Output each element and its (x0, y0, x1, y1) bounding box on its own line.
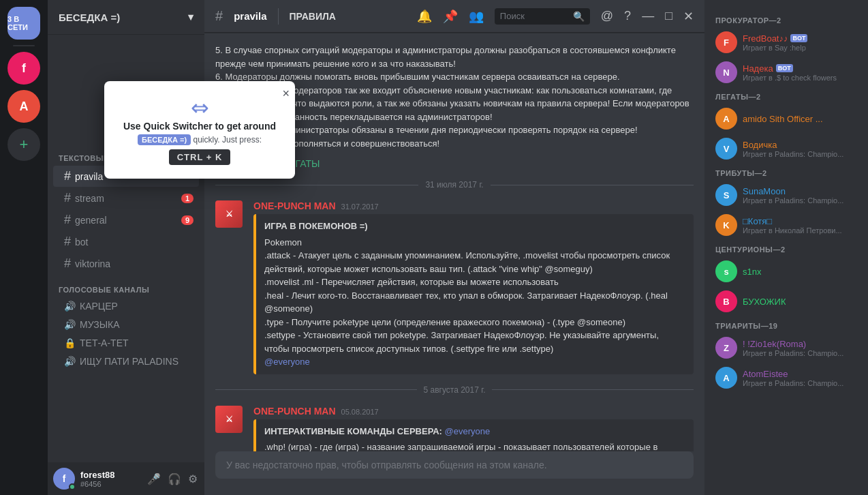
help-icon[interactable]: ? (624, 9, 631, 23)
minimize-icon[interactable]: — (642, 9, 654, 23)
bot-badge-fredboat: BOT (790, 34, 807, 42)
msg-embed-1: ИГРА В ПОКЕМОНОВ =) Pokemon .attack - Ат… (253, 214, 694, 374)
member-info-vodichka: Водичка Играет в Paladins: Champio... (743, 140, 843, 158)
channel-badge-stream: 1 (181, 194, 193, 203)
member-name-fredboat: FredBoat♪♪ (743, 33, 788, 44)
pin-icon[interactable]: 📌 (443, 9, 458, 24)
member-atomeistee[interactable]: A AtomEistee Играет в Paladins: Champio.… (710, 363, 863, 393)
msg-author-1: ONE-PUNCH MAN (253, 200, 336, 211)
channel-name-general: general (75, 215, 107, 226)
settings-button[interactable]: ⚙ (187, 471, 199, 487)
member-buhozhik[interactable]: B БУХОЖИК (710, 286, 863, 316)
user-avatar: f (53, 468, 75, 490)
channel-name-bot: bot (75, 237, 88, 247)
member-name-kotya: □Котя□ (743, 216, 842, 226)
mute-button[interactable]: 🎤 (146, 471, 162, 487)
member-info-kotya: □Котя□ Играет в Николай Петрови... (743, 216, 842, 235)
msg-content-1: ONE-PUNCH MAN 31.07.2017 ИГРА В ПОКЕМОНО… (253, 200, 694, 374)
server-name-bar[interactable]: БЕСЕДКА =) ▾ (48, 0, 204, 35)
member-ziolek[interactable]: Z ! !Zio1ek(Roma) Играет в Paladins: Cha… (710, 333, 863, 363)
server-icon-a[interactable]: A (7, 90, 40, 123)
role-centurion-label: ЦЕНТУРИОНЫ—2 (710, 240, 863, 256)
close-icon[interactable]: ✕ (683, 9, 694, 24)
msg-embed-2: ИНТЕРАКТИВНЫЕ КОМАНДЫ СЕРВЕРА: @everyone… (253, 419, 694, 452)
channel-list: ТЕКСТОВЫЕ КАНАЛЫ # pravila # stream 1 # … (48, 143, 204, 462)
server-icon-main[interactable]: 3 В СЕТИ (7, 7, 40, 40)
member-s1nx[interactable]: s s1nx (710, 256, 863, 286)
member-info-s1nx: s1nx (743, 267, 761, 277)
msg-author-2: ONE-PUNCH MAN (253, 406, 336, 417)
members-icon[interactable]: 👥 (469, 9, 484, 24)
at-icon[interactable]: @ (601, 9, 613, 23)
server-icon-f[interactable]: f (7, 52, 40, 85)
deafen-button[interactable]: 🎧 (166, 471, 183, 487)
member-fredboat[interactable]: F FredBoat♪♪ BOT Играет в Say :help (710, 27, 863, 57)
quick-switcher-title: Use Quick Switcher to get around (118, 121, 281, 132)
member-avatar-ziolek: Z (715, 337, 737, 359)
chat-tab-rules[interactable]: ПРАВИЛА (290, 11, 336, 22)
voice-name-muzika: МУЗЫКА (80, 319, 120, 330)
chat-input-area: У вас недостаточно прав, чтобы отправлят… (204, 451, 704, 495)
user-tag: #6456 (80, 480, 140, 488)
member-kotya[interactable]: K □Котя□ Играет в Николай Петрови... (710, 210, 863, 240)
message-group-1: ⚔ ONE-PUNCH MAN 31.07.2017 ИГРА В ПОКЕМО… (215, 200, 694, 374)
channel-general[interactable]: # general 9 (53, 209, 199, 230)
member-status-vodichka: Играет в Paladins: Champio... (743, 150, 843, 158)
chat-header: # pravila ПРАВИЛА 🔔 📌 👥 🔍 @ ? — □ ✕ (204, 0, 704, 33)
channel-viktorina[interactable]: # viktorina (53, 253, 199, 274)
member-name-buhozhik: БУХОЖИК (743, 297, 786, 307)
voice-icon: 🔒 (64, 338, 76, 348)
role-prokurator-label: ПРОКУРАТОР—2 (710, 11, 863, 27)
chat-channel-name: pravila (234, 10, 266, 22)
member-info-atomeistee: AtomEistee Играет в Paladins: Champio... (743, 369, 843, 387)
search-bar: 🔍 (495, 8, 590, 25)
member-sunamoon[interactable]: S SunaMoon Играет в Paladins: Champio... (710, 180, 863, 210)
member-amido[interactable]: A amido Sith Officer ... (710, 104, 863, 134)
msg-avatar-1: ⚔ (215, 200, 243, 228)
voice-icon: 🔊 (64, 356, 76, 367)
voice-name-tetatat: ТЕТ-А-ТЕТ (80, 338, 129, 348)
member-name-nadeka: Надека (743, 63, 773, 74)
channel-hash-icon: # (64, 235, 71, 249)
quick-switcher-desc: quickly. Just press: (193, 135, 262, 145)
channel-name-pravila: pravila (75, 171, 103, 182)
member-vodichka[interactable]: V Водичка Играет в Paladins: Champio... (710, 134, 863, 164)
member-avatar-fredboat: F (715, 31, 737, 53)
message-group-2: ⚔ ONE-PUNCH MAN 05.08.2017 ИНТЕРАКТИВНЫЕ… (215, 406, 694, 452)
member-status-kotya: Играет в Николай Петрови... (743, 226, 842, 235)
voice-name-kartser: КАРЦЕР (80, 301, 118, 312)
voice-muzika[interactable]: 🔊 МУЗЫКА (53, 316, 199, 333)
channel-bot[interactable]: # bot (53, 231, 199, 252)
channel-stream[interactable]: # stream 1 (53, 188, 199, 209)
member-info-ziolek: ! !Zio1ek(Roma) Играет в Paladins: Champ… (743, 339, 843, 357)
date-divider-july: 31 июля 2017 г. (215, 180, 694, 190)
server-name: БЕСЕДКА =) (59, 12, 120, 23)
search-input[interactable] (500, 11, 569, 21)
quick-switcher-close[interactable]: × (282, 87, 290, 101)
user-status-dot (69, 483, 76, 490)
server-name-chevron: ▾ (188, 11, 193, 23)
member-info-buhozhik: БУХОЖИК (743, 297, 786, 307)
member-nadeka[interactable]: N Надека BOT Играет в .$ to check flower… (710, 57, 863, 87)
quick-switcher-server-name: БЕСЕДКА =) (138, 134, 191, 145)
header-icons: 🔔 📌 👥 🔍 @ ? — □ ✕ (417, 8, 694, 25)
voice-channels-label: ГОЛОСОВЫЕ КАНАЛЫ (48, 275, 204, 297)
member-name-s1nx: s1nx (743, 267, 761, 277)
member-avatar-amido: A (715, 108, 737, 130)
voice-tetatat[interactable]: 🔒 ТЕТ-А-ТЕТ (53, 334, 199, 352)
user-bar: f forest88 #6456 🎤 🎧 ⚙ (48, 462, 204, 495)
member-status-sunamoon: Играет в Paladins: Champio... (743, 196, 843, 205)
voice-paladins[interactable]: 🔊 ИЩУ ПАТИ PALADINS (53, 352, 199, 370)
add-server-button[interactable]: + (7, 128, 40, 161)
quick-switcher-active: БЕСЕДКА =) quickly. Just press: (118, 134, 281, 145)
chat-input-box: У вас недостаточно прав, чтобы отправлят… (215, 451, 694, 479)
voice-kartser[interactable]: 🔊 КАРЦЕР (53, 297, 199, 315)
server-divider (13, 45, 35, 46)
user-name: forest88 (80, 470, 140, 480)
maximize-icon[interactable]: □ (665, 9, 672, 23)
member-avatar-nadeka: N (715, 61, 737, 83)
notification-bell-icon[interactable]: 🔔 (417, 9, 432, 24)
member-avatar-sunamoon: S (715, 184, 737, 206)
chat-channel-hash-icon: # (215, 8, 223, 24)
msg-header-1: ONE-PUNCH MAN 31.07.2017 (253, 200, 694, 211)
